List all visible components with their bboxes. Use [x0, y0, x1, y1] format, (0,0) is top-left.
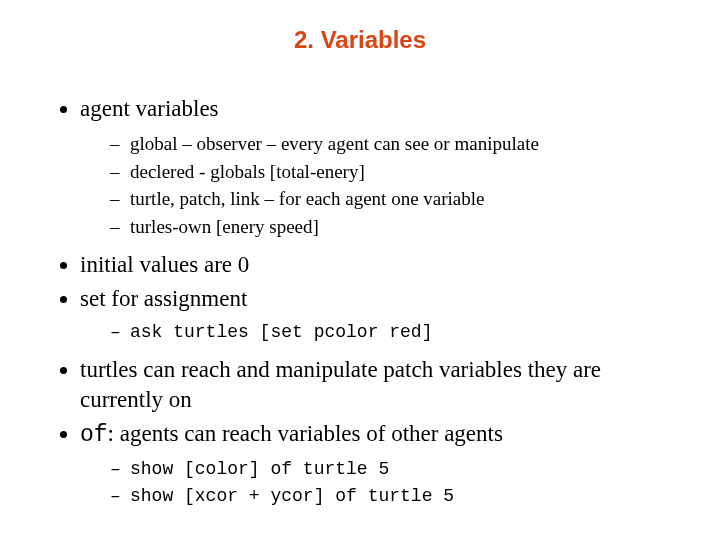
sub-list-code: show [color] of turtle 5 show [xcor + yc…: [80, 458, 670, 508]
bullet-text: turtles can reach and manipulate patch v…: [80, 357, 601, 412]
slide: 2. Variables agent variables global – ob…: [0, 0, 720, 540]
bullet-text: agent variables: [80, 96, 219, 121]
sub-item: declered - globals [total-enery]: [110, 160, 670, 185]
bullet-turtles-patch: turtles can reach and manipulate patch v…: [80, 355, 670, 415]
code-item: show [color] of turtle 5: [110, 458, 670, 481]
bullet-of-agents: of: agents can reach variables of other …: [80, 419, 670, 509]
slide-title: 2. Variables: [50, 26, 670, 54]
sub-item: turles-own [enery speed]: [110, 215, 670, 240]
sub-item: turtle, patch, link – for each agent one…: [110, 187, 670, 212]
sub-item: global – observer – every agent can see …: [110, 132, 670, 157]
code-item: show [xcor + ycor] of turtle 5: [110, 485, 670, 508]
code-item: ask turtles [set pcolor red]: [110, 321, 670, 344]
bullet-initial-values: initial values are 0: [80, 250, 670, 280]
bullet-text: initial values are 0: [80, 252, 249, 277]
bullet-set-assignment: set for assignment ask turtles [set pcol…: [80, 284, 670, 345]
sub-list: global – observer – every agent can see …: [80, 132, 670, 240]
code-keyword: of: [80, 422, 108, 448]
bullet-agent-variables: agent variables global – observer – ever…: [80, 94, 670, 240]
bullet-text: set for assignment: [80, 286, 247, 311]
bullet-list: agent variables global – observer – ever…: [50, 94, 670, 508]
sub-list-code: ask turtles [set pcolor red]: [80, 321, 670, 344]
bullet-text: : agents can reach variables of other ag…: [108, 421, 503, 446]
